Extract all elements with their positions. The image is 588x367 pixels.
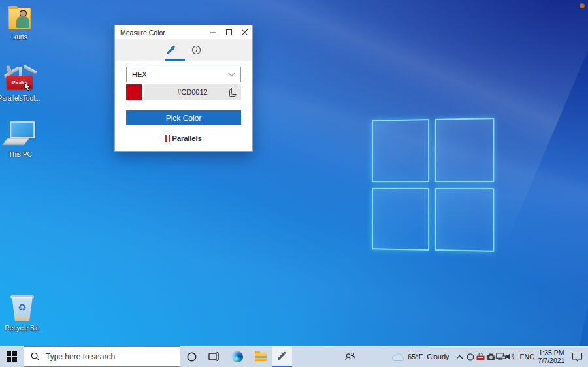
- color-format-value: HEX: [132, 71, 228, 78]
- desktop-icon-recycle-bin[interactable]: ♻ Recycle Bin: [4, 294, 41, 332]
- hex-value-text: #CD0012: [144, 88, 241, 96]
- desktop-icon-kurts[interactable]: kurts: [2, 5, 39, 40]
- desktop-icon-this-pc[interactable]: This PC: [2, 120, 39, 158]
- hammer-tool: [23, 65, 37, 74]
- color-format-select[interactable]: HEX: [126, 67, 241, 82]
- clock-time: 1:35 PM: [538, 349, 564, 357]
- parallels-tools-tray-icon[interactable]: [466, 352, 476, 361]
- keyboard-shape: [2, 138, 29, 145]
- file-explorer-button[interactable]: [251, 346, 270, 367]
- action-center-button[interactable]: [567, 346, 587, 367]
- eyedropper-icon: [277, 351, 287, 361]
- desktop-icon-label: kurts: [13, 33, 27, 40]
- light-beam: [0, 78, 588, 346]
- toolbox-icon: ‖Parallels: [1, 61, 37, 93]
- tab-info[interactable]: [189, 42, 203, 58]
- light-beam: [0, 0, 588, 304]
- task-view-icon: [208, 352, 220, 361]
- weather-widget[interactable]: 65°F Cloudy: [392, 346, 457, 367]
- pick-color-button[interactable]: Pick Color: [126, 110, 241, 125]
- eyedropper-icon: [166, 45, 176, 56]
- windows-logo-pane: [434, 118, 494, 182]
- show-hidden-icons-button[interactable]: [453, 346, 465, 367]
- tab-bar: [115, 39, 252, 61]
- window-controls: [205, 25, 252, 39]
- computer-icon: [3, 120, 37, 149]
- measure-color-window: Measure Color: [114, 25, 253, 152]
- chevron-up-icon: [456, 355, 463, 359]
- taskbar-search-box[interactable]: Type here to search: [24, 346, 180, 367]
- mouse-cursor-icon: [24, 82, 31, 91]
- windows-logo-pane: [434, 188, 494, 252]
- person-figure: [16, 10, 30, 29]
- chevron-down-icon: [228, 72, 235, 77]
- cortana-icon: [187, 352, 197, 362]
- action-center-icon: [572, 352, 583, 362]
- cloud-icon: [392, 353, 404, 361]
- language-indicator[interactable]: ENG: [518, 346, 536, 367]
- tab-eyedropper[interactable]: [164, 42, 178, 58]
- weather-condition: Cloudy: [427, 353, 449, 360]
- minimize-button[interactable]: [205, 25, 221, 39]
- display-tray-icon[interactable]: [496, 353, 506, 360]
- people-icon: [344, 352, 355, 361]
- search-icon: [31, 352, 40, 361]
- parallels-brand-text: Parallels: [172, 135, 202, 142]
- copy-icon[interactable]: [229, 88, 237, 97]
- edge-browser-button[interactable]: [227, 346, 247, 367]
- volume-tray-icon[interactable]: [506, 353, 515, 360]
- desktop-icon-label: ParallelsTool...: [0, 95, 41, 102]
- window-titlebar[interactable]: Measure Color: [115, 25, 252, 39]
- language-code: ENG: [520, 353, 535, 360]
- hex-value-field[interactable]: #CD0012: [144, 84, 241, 100]
- monitor-shape: [10, 121, 35, 138]
- light-beam: [0, 0, 588, 253]
- people-button[interactable]: [340, 346, 359, 367]
- user-folder-icon: [7, 5, 34, 31]
- system-tray: [465, 346, 516, 367]
- edge-icon: [232, 351, 243, 362]
- maximize-button[interactable]: [221, 25, 237, 39]
- camera-tray-icon[interactable]: [486, 353, 496, 360]
- color-result-row: #CD0012: [126, 84, 241, 100]
- window-title: Measure Color: [115, 29, 205, 37]
- recording-indicator-dot: [580, 3, 585, 8]
- parallels-toolbox-tray-icon[interactable]: [476, 353, 485, 361]
- windows-logo-pane: [372, 119, 429, 182]
- info-icon: [191, 45, 201, 55]
- color-swatch: [126, 84, 142, 100]
- desktop-icon-parallels-toolbox[interactable]: ‖Parallels ParallelsTool...: [1, 61, 37, 102]
- window-content: HEX #CD0012 Pick Color: [115, 61, 252, 151]
- task-view-button[interactable]: [204, 346, 223, 367]
- parallels-brand: Parallels: [126, 135, 241, 142]
- windows-start-icon: [7, 351, 17, 362]
- windows-logo-pane: [372, 187, 429, 250]
- file-explorer-icon: [255, 352, 267, 361]
- recycle-symbol-icon: ♻: [8, 302, 37, 313]
- wallpaper: [0, 0, 588, 346]
- clock-widget[interactable]: 1:35 PM 7/7/2021: [537, 346, 566, 367]
- recycle-bin-icon: ♻: [8, 294, 37, 323]
- taskbar: Type here to search: [0, 346, 588, 367]
- cortana-button[interactable]: [182, 346, 201, 367]
- measure-color-taskbar-button[interactable]: [272, 346, 292, 367]
- start-button[interactable]: [0, 346, 24, 367]
- weather-temperature: 65°F: [408, 353, 423, 360]
- desktop-icon-label: Recycle Bin: [5, 325, 40, 332]
- windows-logo-wallpaper: [372, 118, 494, 252]
- parallels-bars-icon: [165, 135, 170, 142]
- close-button[interactable]: [237, 25, 252, 39]
- search-placeholder: Type here to search: [46, 352, 115, 361]
- desktop-screen: kurts ‖Parallels ParallelsTool... This P…: [0, 0, 588, 367]
- clock-date: 7/7/2021: [538, 357, 565, 364]
- selected-tab-indicator: [165, 59, 185, 61]
- desktop-icon-label: This PC: [8, 151, 32, 158]
